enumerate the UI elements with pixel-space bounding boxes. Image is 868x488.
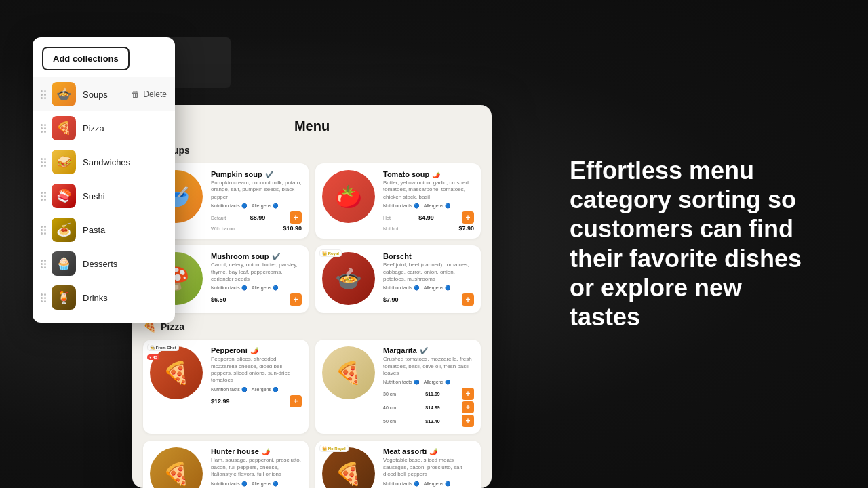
pizza-section-title: Pizza xyxy=(161,321,184,332)
margarita-veg-badge: ✔️ xyxy=(420,347,428,354)
nutrition-tag6: Nutrition facts 🔵 xyxy=(383,380,420,385)
tomato-price-row2: Not hot $7.90 xyxy=(383,225,474,232)
collection-item-pasta[interactable]: 🍝 Pasta xyxy=(33,213,175,247)
hunter-house-card[interactable]: 🍕 Hunter house 🌶️ Ham, sausage, pepperon… xyxy=(143,441,309,488)
promo-headline: Effortless menu category sorting so cust… xyxy=(570,156,814,331)
tomato-soup-card[interactable]: 🍅 Tomato soup 🌶️ Butter, yellow onion, g… xyxy=(315,163,481,239)
size-40-name: 40 cm xyxy=(383,405,403,410)
drag-handle-sandwiches[interactable] xyxy=(41,158,46,167)
pizza-icon: 🍕 xyxy=(52,116,76,140)
add-collections-button[interactable]: Add collections xyxy=(42,47,130,70)
borscht-price-row: $7.90 + xyxy=(383,293,474,306)
borscht-price: $7.90 xyxy=(383,296,399,303)
veg-badge2: ✔️ xyxy=(272,253,280,260)
pepperoni-name: Pepperoni 🌶️ xyxy=(211,346,302,354)
drag-handle-pasta[interactable] xyxy=(41,226,46,235)
tomato-soup-content: Tomato soup 🌶️ Butter, yellow onion, gar… xyxy=(383,170,474,232)
drag-handle-desserts[interactable] xyxy=(41,260,46,268)
allergens-tag6: Allergens 🔵 xyxy=(424,380,451,385)
drinks-label: Drinks xyxy=(83,293,167,303)
tomato-price-row1: Hot $4.99 + xyxy=(383,211,474,224)
collection-item-drinks[interactable]: 🍹 Drinks xyxy=(33,281,175,314)
meat-assorti-name: Meat assorti 🌶️ xyxy=(383,447,474,455)
sandwiches-label: Sandwiches xyxy=(83,157,167,167)
margarita-card[interactable]: 🍕 Margarita ✔️ Crushed tomatoes, mozzare… xyxy=(315,340,481,434)
borscht-royal-badge: 👑 Royal xyxy=(319,249,342,257)
pumpkin-soup-tags: Nutrition facts 🔵 Allergens 🔵 xyxy=(211,203,302,209)
hunter-tags: Nutrition facts 🔵 Allergens 🔵 xyxy=(211,481,302,487)
add-borscht-button[interactable]: + xyxy=(462,293,474,306)
sushi-label: Sushi xyxy=(83,191,167,201)
add-mushroom-button[interactable]: + xyxy=(290,293,302,306)
add-pumpkin-default-button[interactable]: + xyxy=(290,211,302,224)
add-margarita-50-button[interactable]: + xyxy=(462,415,474,427)
allergens-tag3: Allergens 🔵 xyxy=(252,285,279,291)
pepperoni-price-row: $12.99 + xyxy=(211,395,302,407)
desserts-label: Desserts xyxy=(83,259,167,269)
collection-item-sandwiches[interactable]: 🥪 Sandwiches xyxy=(33,145,175,179)
tomato-soup-name: Tomato soup 🌶️ xyxy=(383,170,474,178)
add-pepperoni-button[interactable]: + xyxy=(290,395,302,407)
menu-panel: Menu 🍲 Soups 🥣 Pumpkin soup ✔️ Pumpkin c… xyxy=(132,105,492,488)
soups-row-2: 👑 Royal 🍄 Mushroom soup ✔️ Carrot, celer… xyxy=(143,245,481,313)
borscht-desc: Beef joint, beet (canned), tomatoes, cab… xyxy=(383,262,474,283)
allergens-tag8: Allergens 🔵 xyxy=(424,481,451,487)
hot-label: Hot xyxy=(383,216,391,220)
pizza-row-1: 👨‍🍳 From Chef ♥ 43 🍕 Pepperoni 🌶️ Pepper… xyxy=(143,340,481,434)
mushroom-price: $6.50 xyxy=(211,296,226,303)
nutrition-tag5: Nutrition facts 🔵 xyxy=(211,387,248,392)
borscht-image: 🍲 xyxy=(322,252,375,305)
add-tomato-hot-button[interactable]: + xyxy=(462,211,474,224)
price-label-bacon: With bacon xyxy=(211,226,235,231)
add-margarita-30-button[interactable]: + xyxy=(462,388,474,400)
delete-label: Delete xyxy=(143,89,167,99)
pumpkin-price-row2: With bacon $10.90 xyxy=(211,225,302,232)
collection-item-soups[interactable]: 🍲 Soups 🗑 Delete xyxy=(33,77,175,111)
drag-handle-sushi[interactable] xyxy=(41,192,46,201)
mushroom-soup-tags: Nutrition facts 🔵 Allergens 🔵 xyxy=(211,285,302,291)
size-50-price: $12.40 xyxy=(425,419,439,424)
sushi-icon: 🍣 xyxy=(52,184,76,208)
margarita-tags: Nutrition facts 🔵 Allergens 🔵 xyxy=(383,380,474,385)
soups-icon: 🍲 xyxy=(52,82,76,106)
pizza-label: Pizza xyxy=(83,123,167,134)
size-row-30: 30 cm $11.99 + xyxy=(383,388,474,400)
tomato-soup-tags: Nutrition facts 🔵 Allergens 🔵 xyxy=(383,203,474,209)
meat-assorti-image: 🍕 xyxy=(322,447,375,488)
borscht-card[interactable]: 👑 Royal 🍲 Borscht Beef joint, beet (cann… xyxy=(315,245,481,313)
menu-title: Menu xyxy=(143,119,481,134)
price-label-default: Default xyxy=(211,216,226,220)
trash-icon: 🗑 xyxy=(132,89,140,99)
meat-assorti-card[interactable]: 👑 No Royal 🍕 Meat assorti 🌶️ Vegetable b… xyxy=(315,441,481,488)
size-row-50: 50 cm $12.40 + xyxy=(383,415,474,427)
hunter-hot-badge: 🌶️ xyxy=(262,448,270,455)
allergens-tag7: Allergens 🔵 xyxy=(252,481,279,487)
pepperoni-content: Pepperoni 🌶️ Pepperoni slices, shredded … xyxy=(211,346,302,407)
pepperoni-price: $12.99 xyxy=(211,398,230,405)
drag-handle-drinks[interactable] xyxy=(41,293,46,302)
nutrition-tag7: Nutrition facts 🔵 xyxy=(211,481,248,487)
margarita-sizes: 30 cm $11.99 + 40 cm $14.99 + 50 cm $12.… xyxy=(383,388,474,427)
collection-item-pizza[interactable]: 🍕 Pizza xyxy=(33,111,175,145)
collections-panel: Add collections 🍲 Soups 🗑 Delete 🍕 Pizza xyxy=(33,37,175,323)
collection-item-desserts[interactable]: 🧁 Desserts xyxy=(33,247,175,281)
hunter-house-image: 🍕 xyxy=(150,447,203,488)
borscht-tags: Nutrition facts 🔵 Allergens 🔵 xyxy=(383,285,474,291)
meat-royal-badge: 👑 No Royal xyxy=(319,445,349,452)
mushroom-soup-desc: Carrot, celery, onion, butter, parsley, … xyxy=(211,262,302,283)
add-margarita-40-button[interactable]: + xyxy=(462,401,474,413)
delete-button[interactable]: 🗑 Delete xyxy=(132,89,167,99)
hunter-house-desc: Ham, sausage, pepperoni, prosciutto, bac… xyxy=(211,457,302,478)
meat-tags: Nutrition facts 🔵 Allergens 🔵 xyxy=(383,481,474,487)
veg-badge: ✔️ xyxy=(265,171,273,178)
pizza-row-2: 🍕 Hunter house 🌶️ Ham, sausage, pepperon… xyxy=(143,441,481,488)
drag-handle-soups[interactable] xyxy=(41,90,46,99)
pepperoni-card[interactable]: 👨‍🍳 From Chef ♥ 43 🍕 Pepperoni 🌶️ Pepper… xyxy=(143,340,309,434)
collection-item-sushi[interactable]: 🍣 Sushi xyxy=(33,179,175,213)
pumpkin-price-row1: Default $8.99 + xyxy=(211,211,302,224)
liked-badge: ♥ 43 xyxy=(147,354,159,360)
drag-handle-pizza[interactable] xyxy=(41,124,46,133)
pumpkin-price1: $8.99 xyxy=(250,214,266,221)
meat-assorti-desc: Vegetable base, sliced meats sausages, b… xyxy=(383,457,474,478)
margarita-content: Margarita ✔️ Crushed tomatoes, mozzarell… xyxy=(383,346,474,427)
